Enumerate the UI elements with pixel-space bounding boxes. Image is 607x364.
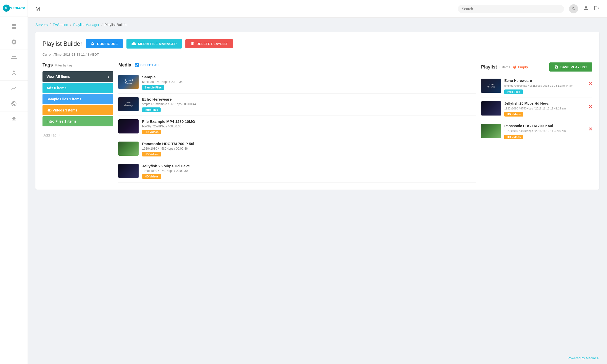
media-manager-label: MEDIA FILE MANAGER — [138, 42, 177, 46]
save-playlist-label: SAVE PLAYLIST — [560, 65, 587, 69]
tag-label-hd: HD Videos 3 items — [47, 108, 77, 112]
breadcrumb-sep-3: / — [101, 23, 102, 27]
breadcrumb-servers[interactable]: Servers — [35, 23, 48, 27]
globe-icon — [11, 101, 17, 107]
sidebar-item-network[interactable] — [0, 65, 28, 81]
add-tag[interactable]: Add Tag + — [42, 129, 113, 141]
sidebar-item-settings[interactable] — [0, 34, 28, 50]
empty-button[interactable]: Empty — [513, 65, 528, 69]
three-cols: Tags Filter by tag View All Items › Ads … — [42, 62, 592, 183]
current-time: Current Time: 2018-11-13 11:43 AEDT — [42, 53, 592, 56]
sidebar-item-download[interactable] — [0, 111, 28, 127]
search-button[interactable] — [569, 4, 578, 13]
remove-panasonic-button[interactable]: ✕ — [589, 126, 592, 132]
select-all-label[interactable]: SELECT ALL — [135, 63, 161, 67]
media-item[interactable]: File Example MP4 1280 10MG bt709) / 2578… — [118, 116, 476, 138]
playlist-title-group: Playlist 3 items Empty — [481, 64, 528, 70]
media-badge-echo: Intro Files — [142, 107, 161, 112]
sidebar-item-users[interactable] — [0, 50, 28, 65]
playlist-thumb-text-jellyfish — [490, 107, 492, 109]
playlist-thumb-panasonic — [481, 124, 501, 138]
tag-item-intro[interactable]: Intro Files 1 items — [42, 116, 113, 126]
search-input[interactable] — [462, 7, 560, 11]
playlist-meta-panasonic: 1920x1080 / 4580Kbps / 2018-11-13 11:42:… — [504, 129, 586, 133]
playlist-name-jellyfish: Jellyfish 25 Mbps Hd Hevc — [504, 101, 586, 105]
media-badge-jellyfish: HD Videos — [142, 174, 161, 179]
tag-item-hd[interactable]: HD Videos 3 items — [42, 105, 113, 115]
tag-item-ads[interactable]: Ads 0 items — [42, 83, 113, 93]
main-card: Playlist Builder CONFIGURE MEDIA FILE MA… — [35, 32, 599, 190]
page-title: Playlist Builder — [42, 40, 82, 47]
page-header: Playlist Builder CONFIGURE MEDIA FILE MA… — [42, 39, 592, 49]
profile-icon[interactable] — [583, 5, 589, 12]
logo-text: MEDIACP — [10, 6, 25, 10]
tag-item-sample[interactable]: Sample Files 1 items — [42, 94, 113, 104]
media-badge-mp4: HD Videos — [142, 130, 161, 134]
media-name-mp4: File Example MP4 1280 10MG — [142, 119, 476, 124]
media-meta-mp4: bt709) / 2578Kbps / 00:00:30 — [142, 125, 476, 128]
delete-icon — [190, 42, 194, 46]
media-item[interactable]: Jellyfish 25 Mbps Hd Hevc 1920x1080 / 87… — [118, 160, 476, 183]
playlist-title: Playlist — [481, 64, 497, 70]
sidebar: M MEDIACP — [0, 0, 28, 364]
thumb-text-panasonic — [127, 148, 129, 150]
tag-label-intro: Intro Files 1 items — [47, 119, 77, 123]
media-thumb-jellyfish — [118, 164, 139, 178]
playlist-badge-jellyfish: HD Videos — [504, 112, 523, 117]
playlist-thumb-jellyfish — [481, 101, 501, 116]
tags-title: Tags — [42, 62, 53, 68]
media-item[interactable]: Panasonic HDC TM 700 P 50i 1920x1080 / 4… — [118, 138, 476, 160]
media-thumb-sample: Big BuckBunny — [118, 75, 139, 89]
playlist-meta-jellyfish: 1920x1080 / 8743Kbps / 2018-11-13 11:41:… — [504, 106, 586, 111]
tag-label-ads: Ads 0 items — [47, 86, 67, 90]
media-list: Big BuckBunny Sample 512x288 / 743Kbps /… — [118, 71, 476, 183]
tag-chevron-all: › — [108, 74, 109, 79]
media-badge-sample: Sample Files — [142, 85, 164, 90]
playlist-info-panasonic: Panasonic HDC TM 700 P 50i 1920x1080 / 4… — [504, 124, 586, 139]
media-meta-panasonic: 1920x1080 / 4580Kbps / 00:00:46 — [142, 147, 476, 150]
media-item[interactable]: Big BuckBunny Sample 512x288 / 743Kbps /… — [118, 71, 476, 94]
save-playlist-button[interactable]: SAVE PLAYLIST — [549, 62, 592, 72]
media-item[interactable]: echothe way Echo Hereweare smpte170m/smp… — [118, 94, 476, 116]
remove-echo-button[interactable]: ✕ — [589, 81, 592, 87]
logout-icon[interactable] — [594, 5, 599, 12]
configure-button[interactable]: CONFIGURE — [86, 39, 123, 48]
media-thumb-panasonic — [118, 142, 139, 156]
tag-item-all[interactable]: View All Items › — [42, 71, 113, 82]
select-all-checkbox[interactable] — [135, 63, 139, 67]
sidebar-item-globe[interactable] — [0, 96, 28, 111]
tag-list: View All Items › Ads 0 items Sample File… — [42, 71, 113, 127]
delete-label: DELETE PLAYLIST — [197, 42, 228, 46]
download-icon — [11, 116, 17, 122]
playlist-column: Playlist 3 items Empty SAVE PLAYLIST — [481, 62, 592, 143]
breadcrumb-tvstation[interactable]: TVStation — [53, 23, 68, 27]
add-tag-label: Add Tag — [44, 133, 56, 137]
logo[interactable]: M MEDIACP — [0, 0, 28, 16]
media-info-panasonic: Panasonic HDC TM 700 P 50i 1920x1080 / 4… — [142, 142, 476, 156]
thumb-text-echo: echothe way — [123, 100, 134, 108]
search-icon — [572, 7, 576, 11]
media-name-panasonic: Panasonic HDC TM 700 P 50i — [142, 142, 476, 146]
playlist-item: echothe way Echo Hereweare smpte170m/smp… — [481, 75, 592, 98]
remove-jellyfish-button[interactable]: ✕ — [589, 104, 592, 109]
sidebar-nav — [0, 19, 28, 127]
empty-label: Empty — [518, 65, 528, 69]
breadcrumb-playlist-manager[interactable]: Playlist Manager — [73, 23, 100, 27]
sidebar-item-analytics[interactable] — [0, 81, 28, 96]
media-meta-sample: 512x288 / 743Kbps / 00:10:34 — [142, 80, 476, 84]
cloud-icon — [132, 41, 136, 46]
sidebar-item-dashboard[interactable] — [0, 19, 28, 34]
topbar-icons — [583, 5, 599, 12]
save-icon — [554, 65, 558, 69]
breadcrumb: Servers / TVStation / Playlist Manager /… — [35, 23, 599, 27]
tag-label-sample: Sample Files 1 items — [47, 97, 81, 101]
playlist-item: Panasonic HDC TM 700 P 50i 1920x1080 / 4… — [481, 120, 592, 143]
fire-icon — [513, 65, 517, 69]
main-content: M Servers / TVStation / Playlist Manager… — [28, 0, 607, 364]
playlist-thumb-text-echo: echothe way — [486, 82, 496, 89]
delete-playlist-button[interactable]: DELETE PLAYLIST — [185, 39, 233, 48]
tags-filter-label: Filter by tag — [55, 63, 72, 67]
tags-column: Tags Filter by tag View All Items › Ads … — [42, 62, 113, 141]
media-info-echo: Echo Hereweare smpte170m/smpte / 961Kbps… — [142, 97, 476, 112]
media-manager-button[interactable]: MEDIA FILE MANAGER — [126, 39, 182, 49]
